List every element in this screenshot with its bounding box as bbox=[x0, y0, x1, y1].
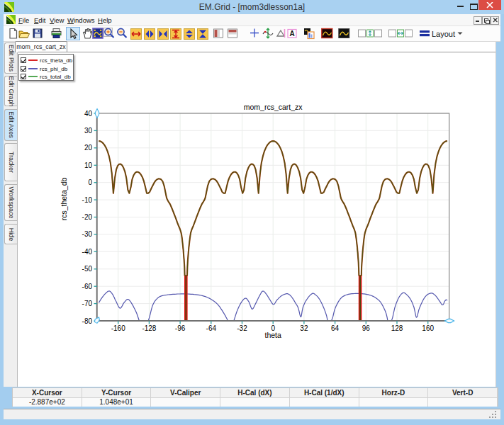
svg-text:10: 10 bbox=[84, 162, 93, 169]
svg-text:160: 160 bbox=[422, 324, 434, 332]
svg-text:-20: -20 bbox=[82, 213, 93, 221]
svg-text:40: 40 bbox=[84, 110, 93, 118]
svg-text:96: 96 bbox=[362, 324, 371, 332]
svg-text:-80: -80 bbox=[82, 317, 93, 325]
svg-text:64: 64 bbox=[331, 324, 340, 332]
svg-text:-70: -70 bbox=[82, 300, 93, 307]
svg-text:rcs_theta_db: rcs_theta_db bbox=[60, 177, 68, 220]
svg-text:-96: -96 bbox=[175, 324, 186, 332]
svg-text:-160: -160 bbox=[111, 324, 125, 332]
svg-text:0: 0 bbox=[88, 178, 92, 186]
svg-text:-32: -32 bbox=[237, 324, 247, 332]
svg-text:-50: -50 bbox=[82, 265, 93, 273]
svg-text:32: 32 bbox=[300, 324, 308, 332]
svg-text:128: 128 bbox=[391, 324, 403, 332]
svg-text:20: 20 bbox=[84, 144, 93, 152]
svg-text:-10: -10 bbox=[82, 196, 93, 204]
svg-text:-60: -60 bbox=[82, 283, 93, 290]
svg-text:-64: -64 bbox=[206, 324, 217, 332]
svg-text:30: 30 bbox=[84, 127, 93, 135]
svg-text:mom_rcs_cart_zx: mom_rcs_cart_zx bbox=[244, 103, 303, 111]
svg-text:theta: theta bbox=[265, 331, 282, 339]
svg-text:-30: -30 bbox=[82, 230, 93, 238]
svg-text:-40: -40 bbox=[82, 248, 93, 256]
svg-text:-128: -128 bbox=[142, 324, 156, 332]
